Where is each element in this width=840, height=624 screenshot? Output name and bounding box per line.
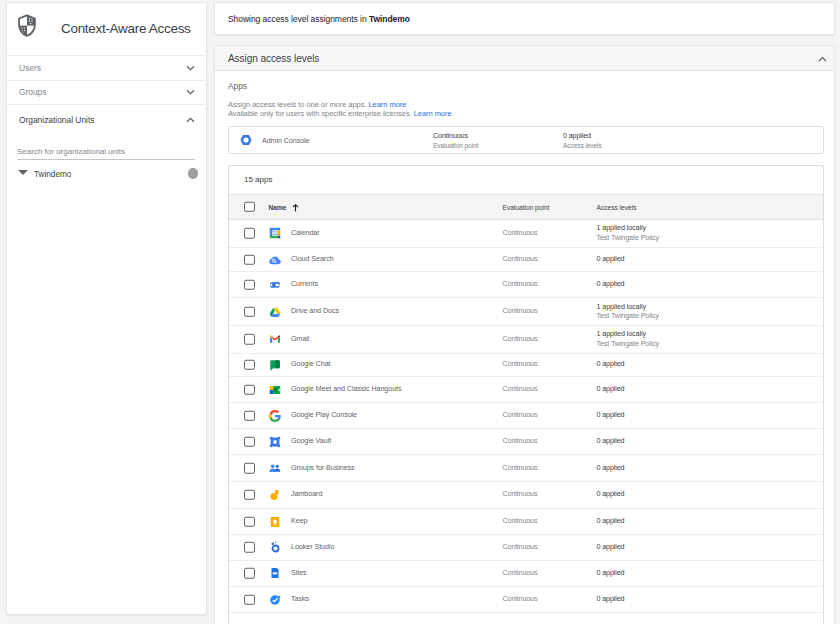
svg-text:31: 31 [272, 231, 278, 236]
